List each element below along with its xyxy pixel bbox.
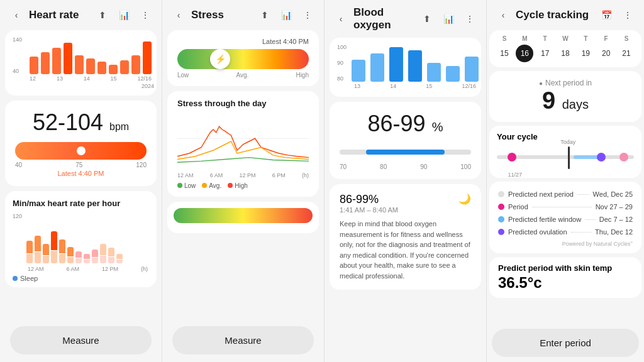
stress-bottom-gauge [167,202,319,233]
enter-period-button[interactable]: Enter period [492,329,639,357]
hr-slider: 40 75 120 [15,142,147,168]
minmax-title: Min/max heart rate per hour [13,199,149,208]
time-axis: 12 AM 6 AM 12 PM (h) [26,266,149,272]
cycle-next: ● Next period in 9 days [489,71,641,122]
next-period-label: ● Next period in [498,79,633,87]
fertile-window-row: Predicted fertile window Dec 7 – 12 [498,213,633,226]
powered-by: Powered by Natural Cycles° [498,241,633,247]
skin-temp: Predict period with skin temp 36.5°c [489,257,641,298]
hr-minmax: Min/max heart rate per hour 120 [5,191,157,287]
heart-rate-panel: ‹ Heart rate ⬆ 📊 ⋮ 140 40 [0,0,162,362]
cal-day-15[interactable]: 15 [496,45,513,62]
moon-icon: 🌙 [458,193,471,205]
bo-date-axis: 13 14 15 12/16 [352,82,479,90]
chart-icon[interactable]: 📊 [115,6,133,24]
skin-temp-title: Predict period with skin temp [498,263,633,273]
more-icon[interactable]: ⋮ [136,6,154,24]
stress-day-title: Stress through the day [177,99,309,108]
bo-detail-value: 86-99% [340,193,398,206]
bo-title: Blood oxygen [353,6,414,31]
cal-day-19[interactable]: 19 [577,45,594,62]
cycle-dates: Predicted next period Wed, Dec 25 Period… [489,182,641,253]
stress-time-axis: 12 AM 6 AM 12 PM 6 PM (h) [177,172,309,178]
cycle-more-icon[interactable]: ⋮ [619,6,636,24]
heart-rate-header: ‹ Heart rate ⬆ 📊 ⋮ [0,0,162,30]
stress-day-chart: Stress through the day 12 AM 6 AM 12 PM … [167,91,319,197]
stress-share-icon[interactable]: ⬆ [256,6,274,24]
bo-chart: 100 90 80 13 14 15 12/16 [330,38,481,97]
stress-line [177,113,309,170]
bo-bars [352,44,479,82]
stress-legend: Low Avg. High [177,182,309,189]
hr-date-axis: 12 13 14 15 12/16 [27,74,154,83]
heart-rate-title: Heart rate [29,9,90,21]
cal-day-20[interactable]: 20 [597,45,615,62]
hr-bars [27,36,154,74]
cycle-calendar-icon[interactable]: 📅 [597,6,615,24]
minmax-chart [26,213,149,263]
cycle-tracking-panel: ‹ Cycle tracking 📅 ⋮ S M T W T F S 15 16… [487,0,644,362]
heart-rate-chart: 140 40 12 [5,30,157,96]
bo-stats: 86-99 % 70 80 90 100 [330,102,481,179]
sleep-label: Sleep [13,275,149,282]
bo-share-icon[interactable]: ⬆ [418,10,436,28]
stress-panel: ‹ Stress ⬆ 📊 ⋮ Latest 4:40 PM ⚡ Low Avg.… [162,0,325,362]
y-axis: 140 40 [13,36,22,74]
bo-value: 86-99 % [340,111,471,137]
share-icon[interactable]: ⬆ [94,6,111,24]
stress-header: ‹ Stress ⬆ 📊 ⋮ [162,0,324,30]
cal-day-today[interactable]: 16 [516,45,533,62]
cal-header: S M T W T F S [496,35,635,42]
stress-more-icon[interactable]: ⋮ [299,6,316,24]
bo-more-icon[interactable]: ⋮ [461,10,479,28]
hr-value: 52-104 bpm [15,109,147,136]
year-label: 2024 [27,83,154,89]
bo-chart-icon[interactable]: 📊 [440,10,457,28]
stress-axis: Low Avg. High [177,72,309,79]
measure-button-2[interactable]: Measure [172,326,314,354]
stress-bar: ⚡ [177,49,309,69]
cycle-title: Cycle tracking [516,9,594,21]
bo-back-icon[interactable]: ‹ [332,10,350,28]
cycle-header: ‹ Cycle tracking 📅 ⋮ [487,0,644,30]
cal-day-17[interactable]: 17 [536,45,554,62]
stress-back-icon[interactable]: ‹ [170,6,187,24]
bo-scale: 70 80 90 100 [340,163,471,170]
sleep-dot [13,276,18,281]
stress-title: Stress [191,9,252,21]
predicted-next-period: Predicted next period Wed, Dec 25 [498,188,633,200]
stress-latest: Latest 4:40 PM [177,38,309,45]
hr-latest-time: Latest 4:40 PM [15,170,147,177]
bo-detail: 86-99% 1:41 AM – 8:40 AM 🌙 Keep in mind … [330,184,481,290]
cal-day-18[interactable]: 18 [557,45,574,62]
cycle-back-icon[interactable]: ‹ [494,6,512,24]
measure-button-1[interactable]: Measure [10,326,152,354]
next-period-days: 9 days [498,87,633,114]
skin-temp-value: 36.5°c [498,274,633,292]
bo-detail-time: 1:41 AM – 8:40 AM [340,206,398,214]
cycle-calendar: S M T W T F S 15 16 17 18 19 20 21 [489,30,641,67]
ovulation-row: Predicted ovulation Thu, Dec 12 [498,226,633,238]
blood-oxygen-header: ‹ Blood oxygen ⬆ 📊 ⋮ [325,0,486,38]
bo-slider: 70 80 90 100 [340,143,471,170]
stress-gauge: Latest 4:40 PM ⚡ Low Avg. High [167,30,319,86]
period-row: Period Nov 27 – 29 [498,200,633,213]
back-icon[interactable]: ‹ [8,6,25,24]
cal-days: 15 16 17 18 19 20 21 [496,45,635,62]
blood-oxygen-panel: ‹ Blood oxygen ⬆ 📊 ⋮ 100 90 80 [325,0,487,362]
hr-stats: 52-104 bpm 40 75 120 Latest 4:40 PM [5,101,157,186]
stress-chart-icon[interactable]: 📊 [277,6,295,24]
stress-indicator: ⚡ [210,49,230,69]
bo-detail-note: Keep in mind that blood oxygen measureme… [340,219,471,281]
cycle-timeline: Your cycle Today 11/27 [489,126,641,178]
cal-day-21[interactable]: 21 [618,45,635,62]
